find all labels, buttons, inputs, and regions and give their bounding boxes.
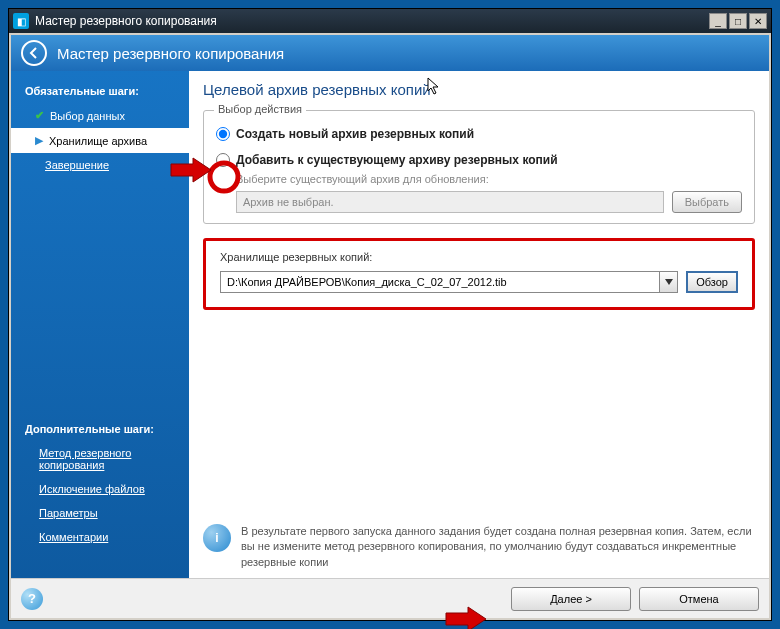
sidebar-item-label: Хранилище архива <box>49 135 147 147</box>
minimize-button[interactable]: _ <box>709 13 727 29</box>
window-title: Мастер резервного копирования <box>35 14 709 28</box>
existing-archive-input <box>236 191 664 213</box>
maximize-button[interactable]: □ <box>729 13 747 29</box>
sidebar-item-params[interactable]: Параметры <box>11 501 189 525</box>
sidebar-item-label: Параметры <box>39 507 98 519</box>
sidebar-item-label: Завершение <box>45 159 109 171</box>
select-archive-button: Выбрать <box>672 191 742 213</box>
sidebar-item-label: Исключение файлов <box>39 483 145 495</box>
storage-group: Хранилище резервных копий: Обзор <box>203 238 755 310</box>
info-row: i В результате первого запуска данного з… <box>203 524 755 570</box>
append-sublabel: Выберите существующий архив для обновлен… <box>236 173 742 185</box>
next-button[interactable]: Далее > <box>511 587 631 611</box>
info-icon: i <box>203 524 231 552</box>
sidebar-item-exclude[interactable]: Исключение файлов <box>11 477 189 501</box>
footer: ? Далее > Отмена <box>11 578 769 618</box>
storage-dropdown-button[interactable] <box>660 271 678 293</box>
help-button[interactable]: ? <box>21 588 43 610</box>
sidebar-required-heading: Обязательные шаги: <box>11 79 189 103</box>
sidebar-item-method[interactable]: Метод резервного копирования <box>11 441 189 477</box>
app-icon: ◧ <box>13 13 29 29</box>
radio-append-existing[interactable] <box>216 153 230 167</box>
main-panel: Целевой архив резервных копий Выбор дейс… <box>189 71 769 578</box>
cancel-button[interactable]: Отмена <box>639 587 759 611</box>
arrow-icon: ▶ <box>35 134 43 147</box>
back-arrow-icon <box>27 46 41 60</box>
sidebar-item-data-select[interactable]: ✔ Выбор данных <box>11 103 189 128</box>
browse-button[interactable]: Обзор <box>686 271 738 293</box>
info-text: В результате первого запуска данного зад… <box>241 524 755 570</box>
close-button[interactable]: ✕ <box>749 13 767 29</box>
sidebar-item-label: Метод резервного копирования <box>39 447 175 471</box>
storage-label: Хранилище резервных копий: <box>220 251 738 263</box>
sidebar: Обязательные шаги: ✔ Выбор данных ▶ Хран… <box>11 71 189 578</box>
sidebar-item-label: Выбор данных <box>50 110 125 122</box>
sidebar-item-storage[interactable]: ▶ Хранилище архива <box>11 128 189 153</box>
back-button[interactable] <box>21 40 47 66</box>
window: ◧ Мастер резервного копирования _ □ ✕ Ма… <box>8 8 772 621</box>
radio-create-new[interactable] <box>216 127 230 141</box>
sidebar-item-finish[interactable]: Завершение <box>11 153 189 177</box>
titlebar: ◧ Мастер резервного копирования _ □ ✕ <box>9 9 771 33</box>
header-title: Мастер резервного копирования <box>57 45 284 62</box>
action-legend: Выбор действия <box>214 103 306 115</box>
page-title: Целевой архив резервных копий <box>203 81 755 98</box>
radio-create-label: Создать новый архив резервных копий <box>236 127 742 141</box>
sidebar-item-comments[interactable]: Комментарии <box>11 525 189 549</box>
sidebar-optional-heading: Дополнительные шаги: <box>11 417 189 441</box>
check-icon: ✔ <box>35 109 44 122</box>
radio-append-label: Добавить к существующему архиву резервны… <box>236 153 742 167</box>
storage-path-input[interactable] <box>220 271 660 293</box>
sidebar-item-label: Комментарии <box>39 531 108 543</box>
chevron-down-icon <box>665 279 673 285</box>
wizard-header: Мастер резервного копирования <box>11 35 769 71</box>
action-group: Выбор действия Создать новый архив резер… <box>203 110 755 224</box>
